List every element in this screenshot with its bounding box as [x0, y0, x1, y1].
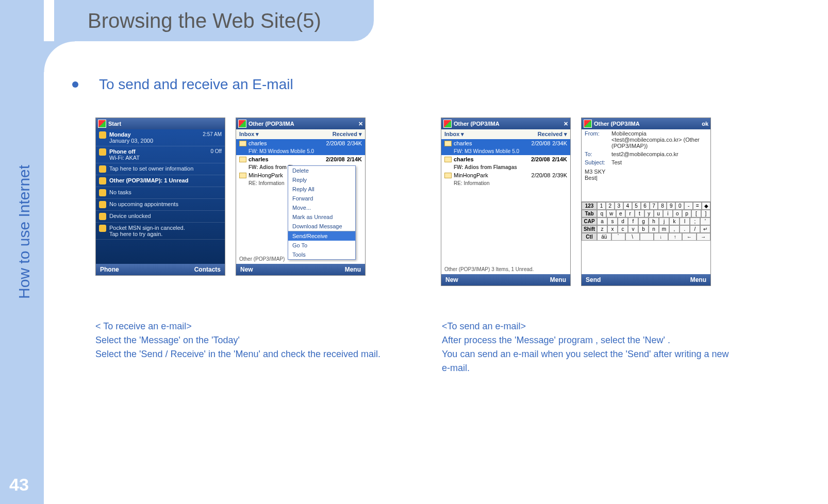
key[interactable]: g — [638, 217, 649, 225]
close-icon[interactable]: ✕ — [358, 121, 363, 127]
key[interactable]: CAP — [582, 217, 597, 225]
softkey-menu[interactable]: Menu — [550, 276, 566, 283]
key[interactable]: k — [669, 217, 680, 225]
key[interactable]: Tab — [582, 210, 597, 217]
softkey-contacts[interactable]: Contacts — [194, 266, 221, 273]
mail-row[interactable]: charles2/20/082/34KFW: M3 Windows Mobile… — [441, 139, 570, 155]
softkey-phone[interactable]: Phone — [100, 266, 119, 273]
softkey-new[interactable]: New — [445, 276, 458, 283]
key[interactable]: i — [663, 210, 672, 217]
onscreen-keyboard[interactable]: 1231234567890-=◆ Tabqwertyuiop[] CAPasdf… — [582, 201, 710, 241]
key[interactable]: 1 — [597, 202, 606, 210]
today-row[interactable]: No upcoming appointments — [96, 199, 225, 211]
inbox-dropdown[interactable]: Inbox ▾ — [444, 131, 464, 138]
key[interactable]: \ — [625, 233, 640, 241]
mail-row[interactable]: charles2/20/082/34KFW: M3 Windows Mobile… — [236, 139, 365, 155]
menu-download[interactable]: Download Message — [288, 222, 355, 231]
key[interactable]: d — [618, 217, 628, 225]
key[interactable]: ↓ — [654, 233, 668, 241]
key[interactable]: 3 — [615, 202, 623, 210]
key[interactable]: u — [654, 210, 663, 217]
key[interactable]: s — [607, 217, 618, 225]
key[interactable]: ' — [700, 217, 710, 225]
key[interactable]: n — [649, 225, 659, 233]
key[interactable]: áü — [597, 233, 611, 241]
menu-forward[interactable]: Forward — [288, 194, 355, 203]
menu-tools[interactable]: Tools — [288, 250, 355, 259]
key[interactable] — [640, 233, 654, 241]
softkey-send[interactable]: Send — [586, 276, 601, 283]
key[interactable]: = — [693, 202, 702, 210]
key[interactable]: 7 — [650, 202, 658, 210]
key[interactable]: ; — [690, 217, 700, 225]
sort-dropdown[interactable]: Received ▾ — [333, 131, 362, 138]
key[interactable]: m — [659, 225, 669, 233]
menu-goto[interactable]: Go To — [288, 241, 355, 250]
key[interactable]: f — [628, 217, 638, 225]
today-row[interactable]: Phone offWi-Fi: AKAT0 Off — [96, 146, 225, 163]
key[interactable]: a — [597, 217, 607, 225]
menu-reply[interactable]: Reply — [288, 175, 355, 184]
inbox-dropdown[interactable]: Inbox ▾ — [239, 131, 259, 138]
to-value[interactable]: test2@mobilecompia.co.kr — [611, 151, 678, 157]
key[interactable]: 8 — [658, 202, 667, 210]
menu-send-receive[interactable]: Send/Receive — [288, 231, 355, 241]
key[interactable]: b — [638, 225, 649, 233]
key[interactable]: ◆ — [702, 202, 710, 210]
today-row[interactable]: Pocket MSN sign-in canceled.Tap here to … — [96, 223, 225, 240]
key[interactable]: 123 — [582, 202, 597, 210]
key[interactable]: ← — [682, 233, 697, 241]
today-row[interactable]: Other (POP3/IMAP): 1 Unread — [96, 175, 225, 187]
key[interactable]: / — [690, 225, 700, 233]
key[interactable]: w — [606, 210, 616, 217]
key[interactable]: e — [616, 210, 625, 217]
key[interactable]: c — [618, 225, 628, 233]
today-row[interactable]: Device unlocked — [96, 211, 225, 223]
subject-value[interactable]: Test — [611, 159, 622, 165]
today-row[interactable]: No tasks — [96, 187, 225, 199]
key[interactable]: t — [635, 210, 644, 217]
key[interactable]: 4 — [623, 202, 632, 210]
key[interactable]: y — [644, 210, 654, 217]
close-icon[interactable]: ✕ — [564, 121, 568, 127]
sort-dropdown[interactable]: Received ▾ — [538, 131, 567, 138]
key[interactable]: j — [659, 217, 669, 225]
key[interactable]: - — [684, 202, 693, 210]
ok-button[interactable]: ok — [702, 121, 708, 127]
key[interactable]: r — [625, 210, 635, 217]
key[interactable]: Ctl — [582, 233, 597, 241]
menu-mark-unread[interactable]: Mark as Unread — [288, 212, 355, 222]
mail-row[interactable]: MinHongPark2/20/082/39KRE: Information — [441, 171, 570, 187]
today-date[interactable]: Monday January 03, 2000 2:57 AM — [96, 129, 225, 146]
softkey-menu[interactable]: Menu — [690, 276, 706, 283]
key[interactable]: [ — [691, 210, 701, 217]
key[interactable]: . — [680, 225, 690, 233]
key[interactable]: ↵ — [700, 225, 710, 233]
key[interactable]: p — [682, 210, 691, 217]
menu-reply-all[interactable]: Reply All — [288, 184, 355, 194]
key[interactable]: q — [597, 210, 606, 217]
mail-row[interactable]: charles2/20/082/14KFW: Adios from Flamag… — [441, 155, 570, 171]
key[interactable]: → — [697, 233, 711, 241]
key[interactable]: o — [673, 210, 682, 217]
key[interactable]: 5 — [632, 202, 641, 210]
softkey-new[interactable]: New — [240, 266, 253, 273]
menu-move[interactable]: Move... — [288, 203, 355, 212]
key[interactable]: l — [680, 217, 690, 225]
key[interactable]: , — [669, 225, 680, 233]
key[interactable]: ↑ — [668, 233, 683, 241]
key[interactable]: x — [607, 225, 618, 233]
key[interactable]: ` — [611, 233, 626, 241]
key[interactable]: 6 — [641, 202, 650, 210]
today-row[interactable]: Tap here to set owner information — [96, 163, 225, 175]
softkey-menu[interactable]: Menu — [345, 266, 361, 273]
key[interactable]: z — [597, 225, 607, 233]
compose-body-text[interactable]: M3 SKY Best| — [582, 166, 710, 201]
menu-delete[interactable]: Delete — [288, 166, 355, 175]
key[interactable]: h — [649, 217, 659, 225]
key[interactable]: v — [628, 225, 638, 233]
key[interactable]: 0 — [675, 202, 684, 210]
from-value[interactable]: Mobilecompia <test@mobilecompia.co.kr> (… — [611, 130, 707, 149]
key[interactable]: 2 — [606, 202, 615, 210]
key[interactable]: Shift — [582, 225, 597, 233]
